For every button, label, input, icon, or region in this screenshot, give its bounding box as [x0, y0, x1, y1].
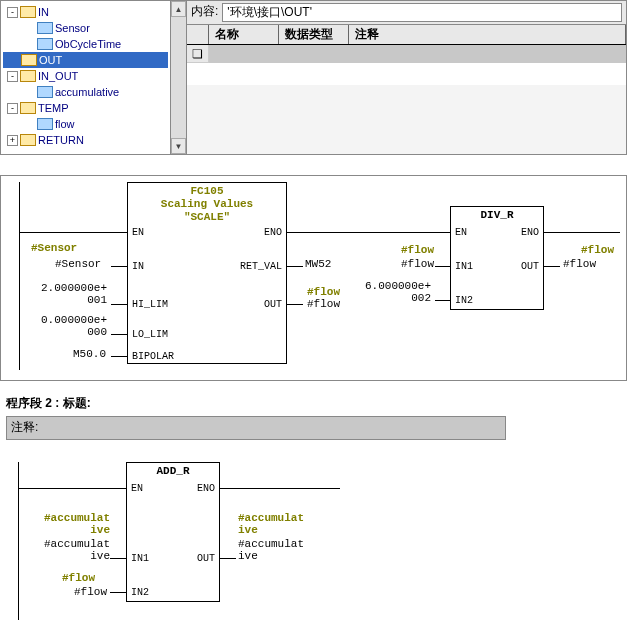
pin-out: OUT [521, 261, 539, 272]
wire [220, 488, 340, 489]
collapse-icon[interactable]: - [7, 7, 18, 18]
grid-header-name[interactable]: 名称 [209, 25, 279, 44]
scroll-up-icon[interactable]: ▲ [171, 1, 186, 17]
tree-node-temp[interactable]: - TEMP [3, 100, 168, 116]
tree-node-out[interactable]: OUT [3, 52, 168, 68]
tree-label: IN_OUT [38, 70, 78, 82]
addr-out-symbol: #accumulat ive [238, 512, 304, 536]
tree-label: flow [55, 118, 75, 130]
pin-eno: ENO [521, 227, 539, 238]
wire [220, 558, 236, 559]
pin-eno: ENO [264, 227, 282, 238]
folder-icon [21, 54, 37, 66]
collapse-icon[interactable]: - [7, 71, 18, 82]
tree-node-in[interactable]: - IN [3, 4, 168, 20]
grid-header-comment[interactable]: 注释 [349, 25, 626, 44]
row-marker: ❏ [187, 45, 209, 63]
addr-in1-symbol: #accumulat ive [30, 512, 110, 536]
out-value[interactable]: #flow [307, 298, 340, 310]
var-icon [37, 38, 53, 50]
grid-body[interactable]: ❏ [187, 45, 626, 85]
expand-icon[interactable]: + [7, 135, 18, 146]
tree-node-flow[interactable]: flow [3, 116, 168, 132]
retval-out[interactable]: MW52 [305, 258, 331, 270]
top-panel: - IN Sensor ObCycleTime OUT - [0, 0, 627, 155]
wire [111, 304, 127, 305]
pin-eno: ENO [197, 483, 215, 494]
tree-scrollbar[interactable]: ▲ ▼ [171, 1, 187, 154]
tree-label: ObCycleTime [55, 38, 121, 50]
segment-2-header: 程序段 2 : 标题: [6, 395, 627, 412]
pin-in: IN [132, 261, 144, 272]
fc105-block[interactable]: FC105 Scaling Values "SCALE" EN ENO IN R… [127, 182, 287, 364]
wire [19, 232, 127, 233]
divr-block[interactable]: DIV_R EN ENO IN1 OUT IN2 [450, 206, 544, 310]
path-bar: 内容: '环境\接口\OUT' [187, 1, 626, 25]
block-title: DIV_R [451, 207, 543, 222]
wire [544, 266, 560, 267]
grid-header-marker [187, 25, 209, 44]
pin-hilim: HI_LIM [132, 299, 168, 310]
addr-in1-value[interactable]: #accumulat ive [30, 538, 110, 562]
wire [435, 266, 450, 267]
pin-in1: IN1 [455, 261, 473, 272]
tree-label: RETURN [38, 134, 84, 146]
network-2: ADD_R EN ENO IN1 OUT IN2 #accumulat ive … [0, 456, 627, 630]
tree-label: TEMP [38, 102, 69, 114]
path-value: '环境\接口\OUT' [222, 3, 622, 22]
folder-icon [20, 6, 36, 18]
tree-node-sensor[interactable]: Sensor [3, 20, 168, 36]
lolim-value[interactable]: 0.000000e+ 000 [27, 314, 107, 338]
tree-label: IN [38, 6, 49, 18]
addr-block[interactable]: ADD_R EN ENO IN1 OUT IN2 [126, 462, 220, 602]
grid-row[interactable]: ❏ [187, 45, 626, 63]
pin-out: OUT [264, 299, 282, 310]
pin-en: EN [132, 227, 144, 238]
tree-node-acc[interactable]: accumulative [3, 84, 168, 100]
grid-header: 名称 数据类型 注释 [187, 25, 626, 45]
wire [287, 266, 303, 267]
wire [110, 558, 126, 559]
collapse-icon[interactable]: - [7, 103, 18, 114]
folder-icon [20, 134, 36, 146]
power-rail [19, 182, 20, 370]
scroll-down-icon[interactable]: ▼ [171, 138, 186, 154]
block-title: FC105 Scaling Values "SCALE" [128, 183, 286, 224]
addr-in2-value[interactable]: #flow [74, 586, 107, 598]
bipolar-value[interactable]: M50.0 [73, 348, 106, 360]
variable-tree[interactable]: - IN Sensor ObCycleTime OUT - [1, 1, 171, 154]
tree-node-inout[interactable]: - IN_OUT [3, 68, 168, 84]
segment-2-comment[interactable]: 注释: [6, 416, 506, 440]
addr-out-value[interactable]: #accumulat ive [238, 538, 304, 562]
divr-out-value[interactable]: #flow [563, 258, 596, 270]
divr-out-symbol: #flow [581, 244, 614, 256]
pin-en: EN [455, 227, 467, 238]
tree-label: Sensor [55, 22, 90, 34]
sensor-value[interactable]: #Sensor [55, 258, 101, 270]
pin-in2: IN2 [131, 587, 149, 598]
hilim-value[interactable]: 2.000000e+ 001 [27, 282, 107, 306]
tree-node-return[interactable]: + RETURN [3, 132, 168, 148]
wire [435, 300, 450, 301]
network-1: FC105 Scaling Values "SCALE" EN ENO IN R… [0, 175, 627, 381]
var-icon [37, 86, 53, 98]
block-title: ADD_R [127, 463, 219, 478]
wire [111, 266, 127, 267]
power-rail [18, 462, 19, 620]
wire [111, 356, 127, 357]
path-label: 内容: [191, 3, 218, 22]
pin-in1: IN1 [131, 553, 149, 564]
divr-in1-value[interactable]: #flow [401, 258, 434, 270]
divr-in2-value[interactable]: 6.000000e+ 002 [363, 280, 431, 304]
pin-in2: IN2 [455, 295, 473, 306]
folder-icon [20, 70, 36, 82]
out-symbol: #flow [307, 286, 340, 298]
pin-retval: RET_VAL [240, 261, 282, 272]
pin-bipolar: BIPOLAR [132, 351, 174, 362]
var-icon [37, 22, 53, 34]
sensor-symbol: #Sensor [31, 242, 77, 254]
grid-header-type[interactable]: 数据类型 [279, 25, 349, 44]
tree-node-obcycle[interactable]: ObCycleTime [3, 36, 168, 52]
wire [544, 232, 620, 233]
pin-lolim: LO_LIM [132, 329, 168, 340]
